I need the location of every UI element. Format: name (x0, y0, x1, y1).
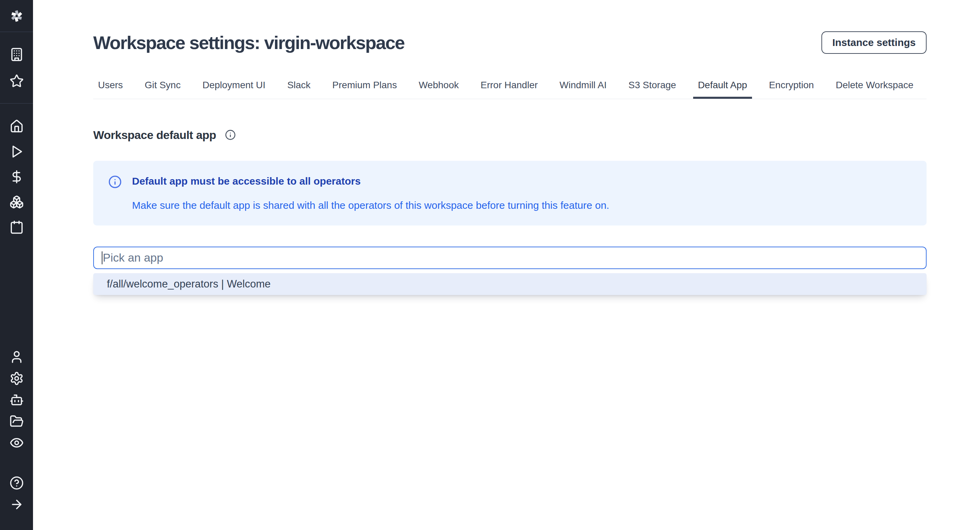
info-alert: Default app must be accessible to all op… (93, 161, 927, 225)
arrow-right-icon[interactable] (10, 497, 24, 512)
instance-settings-button[interactable]: Instance settings (821, 31, 927, 54)
robot-icon[interactable] (10, 393, 24, 407)
app-picker (93, 247, 927, 269)
alert-text: Default app must be accessible to all op… (132, 174, 609, 212)
alert-body: Make sure the default app is shared with… (132, 199, 609, 212)
gear-icon[interactable] (10, 371, 24, 386)
text-caret (102, 251, 102, 264)
eye-icon[interactable] (10, 436, 24, 450)
tab-delete-workspace[interactable]: Delete Workspace (831, 80, 918, 99)
alert-title: Default app must be accessible to all op… (132, 174, 609, 188)
star-icon[interactable] (10, 74, 24, 88)
section-heading-title: Workspace default app (93, 128, 216, 142)
calendar-icon[interactable] (10, 220, 24, 234)
tab-premium-plans[interactable]: Premium Plans (328, 80, 402, 99)
dollar-sign-icon[interactable] (10, 170, 24, 184)
windmill-logo[interactable] (0, 0, 33, 32)
sidebar-group-workspace (0, 32, 33, 104)
pick-an-app-input[interactable] (93, 247, 927, 269)
tab-s3-storage[interactable]: S3 Storage (624, 80, 681, 99)
tab-slack[interactable]: Slack (282, 80, 315, 99)
tab-default-app[interactable]: Default App (693, 80, 752, 99)
help-circle-icon[interactable] (10, 476, 24, 490)
section-heading: Workspace default app (93, 128, 927, 142)
tab-encryption[interactable]: Encryption (764, 80, 819, 99)
sidebar-group-main (0, 104, 33, 234)
sidebar-group-admin (0, 350, 33, 450)
windmill-logo-icon (9, 8, 24, 24)
tab-webhook[interactable]: Webhook (414, 80, 463, 99)
tab-deployment-ui[interactable]: Deployment UI (198, 80, 270, 99)
app-picker-dropdown: f/all/welcome_operators | Welcome (93, 273, 927, 295)
sidebar (0, 0, 33, 530)
tab-windmill-ai[interactable]: Windmill AI (555, 80, 611, 99)
app-option[interactable]: f/all/welcome_operators | Welcome (93, 273, 927, 295)
tab-users[interactable]: Users (93, 80, 127, 99)
home-icon[interactable] (10, 119, 24, 134)
boxes-icon[interactable] (10, 195, 24, 209)
main-content: Workspace settings: virgin-workspace Ins… (33, 0, 980, 295)
user-icon[interactable] (10, 350, 24, 364)
sidebar-group-footer (0, 476, 33, 512)
page-title: Workspace settings: virgin-workspace (93, 31, 404, 54)
building-icon[interactable] (10, 47, 24, 62)
info-icon[interactable] (225, 129, 236, 140)
tab-git-sync[interactable]: Git Sync (140, 80, 185, 99)
folder-open-icon[interactable] (10, 414, 24, 428)
info-icon (108, 175, 122, 189)
play-icon[interactable] (10, 144, 24, 159)
settings-tabs: Users Git Sync Deployment UI Slack Premi… (93, 80, 927, 99)
page-header: Workspace settings: virgin-workspace Ins… (93, 31, 927, 54)
tab-error-handler[interactable]: Error Handler (476, 80, 542, 99)
